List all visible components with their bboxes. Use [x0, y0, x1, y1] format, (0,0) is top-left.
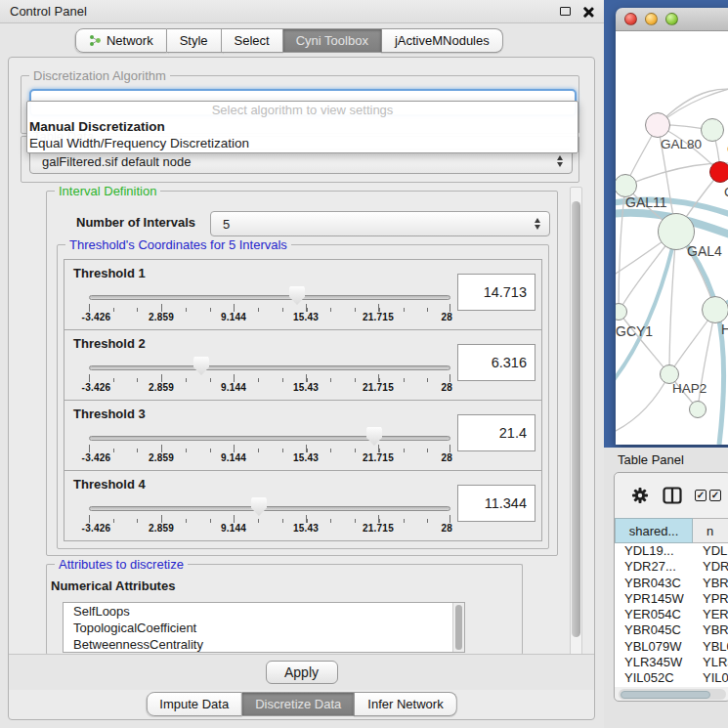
- threshold-2-slider-track[interactable]: [89, 365, 450, 370]
- table-row[interactable]: YER054CYER0: [615, 607, 728, 622]
- settings-gear-icon[interactable]: [630, 486, 650, 505]
- numerical-attributes-list: SelfLoops TopologicalCoefficient Between…: [63, 602, 465, 653]
- combo-stepper-icon: [557, 155, 572, 167]
- list-item-topologicalcoefficient[interactable]: TopologicalCoefficient: [64, 620, 464, 636]
- minimize-traffic-light[interactable]: [645, 13, 658, 25]
- zoom-traffic-light[interactable]: [665, 13, 678, 25]
- threshold-2-label: Threshold 2: [73, 336, 146, 351]
- tab-network-label: Network: [107, 29, 153, 53]
- attributes-scrollbar-thumb[interactable]: [455, 605, 462, 650]
- attributes-group-label: Attributes to discretize: [55, 557, 188, 572]
- threshold-3-panel: Threshold 3 -3.4262.8599.14415.4321.7152…: [64, 400, 542, 471]
- close-traffic-light[interactable]: [624, 13, 637, 25]
- tab-select-label: Select: [235, 29, 270, 53]
- threshold-2-ticks: [89, 374, 450, 382]
- checkbox-checked-icon[interactable]: ✓: [709, 490, 721, 501]
- table-panel-window: ✓ ✓ shared... n YDL19...YDL1 YDR27...YDR…: [614, 472, 728, 702]
- algorithm-dropdown-popup: Select algorithm to view settings Manual…: [26, 101, 578, 153]
- float-window-icon[interactable]: [560, 7, 571, 16]
- threshold-3-slider-track[interactable]: [89, 436, 450, 441]
- popup-header: Select algorithm to view settings: [27, 102, 578, 118]
- node-gal80[interactable]: [645, 112, 670, 138]
- table-toolbar: ✓ ✓: [615, 473, 728, 518]
- table-row[interactable]: YIL052CYIL0: [615, 670, 728, 686]
- table-horizontal-scrollbar[interactable]: [619, 689, 726, 700]
- panel-vertical-scrollbar[interactable]: [570, 187, 582, 687]
- column-header-shared-name[interactable]: shared...: [615, 518, 693, 543]
- threshold-3-ticks: [89, 445, 450, 452]
- table-data-combo-value: galFiltered.sif default node: [30, 154, 557, 169]
- number-of-intervals-label: Number of Intervals: [76, 215, 195, 230]
- node-selected-red[interactable]: [709, 161, 728, 183]
- threshold-coordinates-group-label: Threshold's Coordinates for 5 Intervals: [65, 237, 291, 252]
- tab-jactivemnodules[interactable]: jActiveMNodules: [382, 28, 503, 53]
- table-row[interactable]: YPR145WYPR1: [615, 591, 728, 607]
- threshold-1-value-field[interactable]: 14.713: [457, 274, 535, 311]
- threshold-3-value-field[interactable]: 21.4: [457, 414, 535, 451]
- discretization-algorithm-group-label: Discretization Algorithm: [29, 68, 170, 83]
- tab-infer-network-label: Infer Network: [367, 693, 443, 716]
- tab-cyni-toolbox-label: Cyni Toolbox: [296, 29, 368, 53]
- node-bottom[interactable]: [689, 401, 707, 418]
- threshold-1-slider-thumb[interactable]: [289, 286, 305, 305]
- node-right-mid[interactable]: [702, 296, 728, 323]
- threshold-4-slider-thumb[interactable]: [251, 497, 267, 516]
- tab-network[interactable]: Network: [75, 28, 167, 53]
- tab-style[interactable]: Style: [167, 28, 222, 53]
- table-row[interactable]: YLR345WYLR3: [615, 655, 728, 670]
- threshold-4-slider-track[interactable]: [89, 506, 450, 511]
- column-header-name[interactable]: n: [693, 518, 728, 543]
- network-window-titlebar[interactable]: [616, 8, 728, 31]
- node-label-gal11: GAL11: [625, 194, 667, 210]
- table-header-row: shared... n: [615, 518, 728, 543]
- control-panel-titlebar: Control Panel: [0, 0, 604, 23]
- tab-cyni-toolbox[interactable]: Cyni Toolbox: [283, 28, 382, 53]
- attributes-list-scrollbar[interactable]: [452, 603, 464, 652]
- table-row[interactable]: YBR045CYBR0: [615, 622, 728, 638]
- popup-option-equal-width-frequency[interactable]: Equal Width/Frequency Discretization: [27, 135, 578, 151]
- tab-impute-data[interactable]: Impute Data: [146, 692, 242, 716]
- table-row[interactable]: YDR27...YDR2: [615, 559, 728, 575]
- network-canvas[interactable]: GAL80 G C GAL11 GAL4 GCY1 H HAP2: [616, 31, 728, 445]
- threshold-2-tick-labels: -3.4262.8599.14415.4321.71528: [89, 382, 450, 394]
- table-row[interactable]: YBR043CYBR0: [615, 576, 728, 591]
- node-label-c-partial: C: [724, 185, 728, 199]
- node-label-h-partial: H: [721, 321, 728, 337]
- table-body: YDL19...YDL1 YDR27...YDR2 YBR043CYBR0 YP…: [615, 543, 728, 687]
- control-panel: Control Panel Network Style Select Cyni …: [0, 0, 604, 728]
- list-item-betweennesscentrality[interactable]: BetweennessCentrality: [64, 636, 464, 653]
- network-view-window: GAL80 G C GAL11 GAL4 GCY1 H HAP2: [616, 8, 728, 445]
- threshold-3-slider-thumb[interactable]: [366, 427, 382, 446]
- panel-title: Control Panel: [10, 4, 87, 19]
- checkbox-checked-icon[interactable]: ✓: [695, 490, 707, 501]
- threshold-4-value-field[interactable]: 11.344: [457, 485, 535, 522]
- threshold-1-ticks: [89, 304, 450, 312]
- number-of-intervals-combo[interactable]: 5: [210, 211, 550, 236]
- tab-discretize-data-label: Discretize Data: [255, 693, 341, 716]
- interval-definition-group-label: Interval Definition: [55, 184, 160, 198]
- table-row[interactable]: YBL079WYBL0: [615, 639, 728, 655]
- node-label-gal80: GAL80: [661, 137, 702, 151]
- network-icon: [89, 34, 102, 47]
- node-top-right[interactable]: [701, 118, 724, 142]
- tab-infer-network[interactable]: Infer Network: [355, 692, 456, 716]
- table-hscrollbar-thumb[interactable]: [621, 691, 710, 699]
- threshold-2-value-field[interactable]: 6.316: [457, 344, 535, 381]
- table-row[interactable]: YDL19...YDL1: [615, 543, 728, 559]
- threshold-1-tick-labels: -3.4262.8599.14415.4321.71528: [89, 312, 450, 323]
- split-columns-icon[interactable]: [663, 487, 682, 504]
- threshold-2-slider-thumb[interactable]: [193, 357, 209, 375]
- tab-discretize-data[interactable]: Discretize Data: [242, 692, 355, 716]
- close-icon[interactable]: [582, 6, 594, 18]
- apply-bar: Apply: [9, 654, 594, 690]
- popup-option-manual-discretization[interactable]: Manual Discretization: [27, 118, 578, 135]
- apply-button[interactable]: Apply: [266, 661, 338, 684]
- app-root: Control Panel Network Style Select Cyni …: [0, 0, 728, 728]
- tab-impute-data-label: Impute Data: [159, 693, 229, 716]
- panel-scrollbar-thumb[interactable]: [572, 201, 580, 637]
- node-table: shared... n YDL19...YDL1 YDR27...YDR2 YB…: [615, 518, 728, 687]
- tab-select[interactable]: Select: [222, 28, 283, 53]
- node-label-gcy1: GCY1: [616, 323, 653, 339]
- list-item-selfloops[interactable]: SelfLoops: [64, 603, 464, 620]
- threshold-1-slider-track[interactable]: [89, 295, 450, 300]
